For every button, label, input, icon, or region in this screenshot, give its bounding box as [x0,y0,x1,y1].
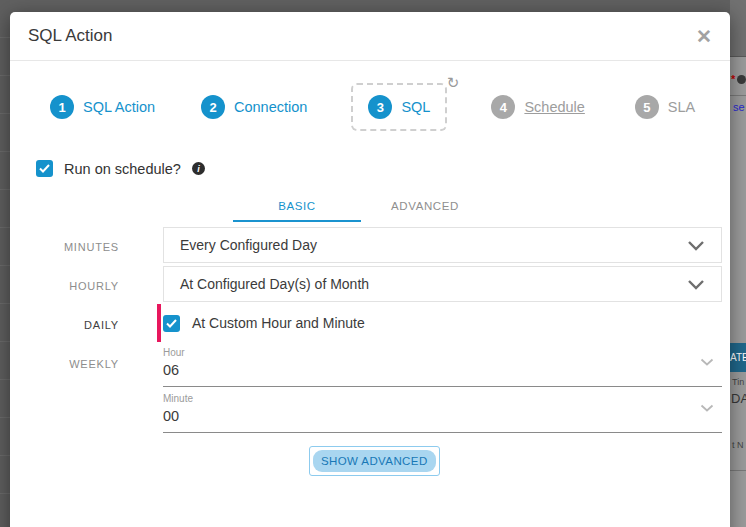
sidebar-item-daily[interactable]: DAILY [10,305,163,344]
show-advanced-label: SHOW ADVANCED [313,450,436,472]
sql-action-modal: SQL Action ✕ 1 SQL Action 2 Connection 3… [10,12,730,527]
schedule-content: MINUTES HOURLY DAILY WEEKLY Every Config… [10,227,730,476]
step-label: SLA [668,99,695,115]
step-label: Schedule [524,99,584,115]
minute-value: 00 [163,408,722,424]
run-on-schedule-label: Run on schedule? [64,161,181,177]
frequency-sidebar: MINUTES HOURLY DAILY WEEKLY [10,227,163,476]
step-sql-action[interactable]: 1 SQL Action [50,95,155,119]
active-section-indicator [157,304,161,342]
run-on-schedule-row: Run on schedule? i [36,160,730,177]
wizard-stepper: 1 SQL Action 2 Connection 3 SQL ↻ 4 Sche… [50,79,730,135]
show-advanced-button[interactable]: SHOW ADVANCED [309,446,440,476]
background-divider [730,470,746,471]
step-schedule[interactable]: 4 Schedule [491,95,584,119]
background-divider [730,95,746,96]
step-sql[interactable]: 3 SQL [368,95,430,119]
background-action-button-fragment: ATE [730,343,746,372]
hour-select[interactable]: Hour 06 [163,342,722,387]
background-link-fragment: se [733,101,745,113]
hour-value: 06 [163,362,722,378]
custom-time-section: At Custom Hour and Minute Hour 06 Minute… [163,304,722,476]
modal-header: SQL Action ✕ [10,12,730,61]
background-sidebar [0,0,10,527]
background-required-row: * [731,74,746,84]
hour-label: Hour [163,347,722,358]
custom-time-row: At Custom Hour and Minute [163,304,722,342]
step-number-badge: 3 [368,95,392,119]
info-dot-icon [737,75,746,84]
month-pattern-label: At Configured Day(s) of Month [180,276,369,292]
day-pattern-label: Every Configured Day [180,237,317,253]
step-number-badge: 5 [635,95,659,119]
checkmark-icon [39,164,50,173]
custom-time-label: At Custom Hour and Minute [192,315,365,331]
tab-basic[interactable]: BASIC [233,192,361,222]
step-number-badge: 2 [201,95,225,119]
close-icon[interactable]: ✕ [696,27,712,46]
step-connection[interactable]: 2 Connection [201,95,307,119]
refresh-icon[interactable]: ↻ [447,75,460,90]
minute-label: Minute [163,393,722,404]
step-label: SQL [401,99,430,115]
day-pattern-dropdown[interactable]: Every Configured Day [163,227,722,263]
daily-settings-panel: Every Configured Day At Configured Day(s… [163,227,722,476]
step-sla[interactable]: 5 SLA [635,95,695,119]
step-number-badge: 1 [50,95,74,119]
background-time-label-fragment: Tin [732,377,744,387]
chevron-down-icon [700,358,714,366]
run-on-schedule-checkbox[interactable] [36,160,53,177]
background-day-value-fragment: DAY [731,391,746,406]
background-name-label-fragment: t N [732,440,744,450]
step-label: Connection [234,99,307,115]
chevron-down-icon [687,240,705,251]
sidebar-item-weekly[interactable]: WEEKLY [10,344,163,383]
step-label: SQL Action [83,99,155,115]
sidebar-item-hourly[interactable]: HOURLY [10,266,163,305]
background-page-header [730,0,746,57]
month-pattern-dropdown[interactable]: At Configured Day(s) of Month [163,266,722,302]
step-number-badge: 4 [491,95,515,119]
info-icon[interactable]: i [192,162,205,175]
background-page-strip: * se ATE Tin DAY t N [730,0,746,527]
current-step-outline: 3 SQL ↻ [351,83,447,131]
modal-title: SQL Action [28,26,112,46]
minute-select[interactable]: Minute 00 [163,388,722,433]
show-advanced-row: SHOW ADVANCED [309,446,722,476]
required-asterisk: * [731,74,735,84]
tab-advanced[interactable]: ADVANCED [361,192,489,222]
schedule-tabs: BASIC ADVANCED [233,192,730,222]
chevron-down-icon [687,279,705,290]
sidebar-item-minutes[interactable]: MINUTES [10,227,163,266]
custom-time-checkbox[interactable] [163,315,180,332]
checkmark-icon [166,319,177,328]
chevron-down-icon [700,404,714,412]
